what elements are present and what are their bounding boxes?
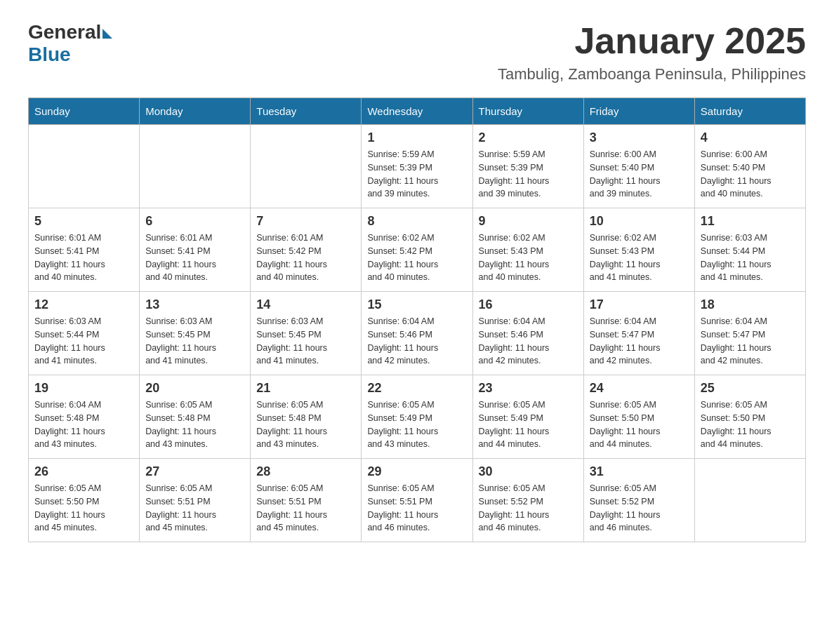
day-info: Sunrise: 6:04 AM Sunset: 5:47 PM Dayligh…: [701, 315, 800, 368]
day-number: 21: [256, 381, 355, 396]
day-cell: 26Sunrise: 6:05 AM Sunset: 5:50 PM Dayli…: [29, 459, 140, 542]
calendar-title: January 2025: [498, 21, 806, 61]
day-info: Sunrise: 6:02 AM Sunset: 5:43 PM Dayligh…: [479, 232, 578, 284]
day-number: 20: [145, 381, 244, 396]
day-info: Sunrise: 6:03 AM Sunset: 5:45 PM Dayligh…: [256, 315, 355, 368]
day-cell: 13Sunrise: 6:03 AM Sunset: 5:45 PM Dayli…: [140, 292, 251, 375]
header-cell-sunday: Sunday: [29, 98, 140, 125]
day-cell: 12Sunrise: 6:03 AM Sunset: 5:44 PM Dayli…: [29, 292, 140, 375]
logo-triangle-icon: [102, 29, 112, 39]
day-info: Sunrise: 6:03 AM Sunset: 5:44 PM Dayligh…: [701, 232, 800, 284]
day-info: Sunrise: 6:05 AM Sunset: 5:51 PM Dayligh…: [256, 482, 355, 535]
day-info: Sunrise: 6:01 AM Sunset: 5:41 PM Dayligh…: [145, 232, 244, 284]
day-info: Sunrise: 6:04 AM Sunset: 5:47 PM Dayligh…: [590, 315, 689, 368]
week-row-3: 12Sunrise: 6:03 AM Sunset: 5:44 PM Dayli…: [29, 292, 806, 375]
header-cell-tuesday: Tuesday: [251, 98, 362, 125]
day-cell: 7Sunrise: 6:01 AM Sunset: 5:42 PM Daylig…: [251, 208, 362, 292]
day-number: 3: [590, 130, 689, 145]
day-info: Sunrise: 6:05 AM Sunset: 5:52 PM Dayligh…: [590, 482, 689, 535]
calendar-header: SundayMondayTuesdayWednesdayThursdayFrid…: [29, 98, 806, 125]
day-number: 8: [367, 214, 466, 229]
header-row: SundayMondayTuesdayWednesdayThursdayFrid…: [29, 98, 806, 125]
logo-general: General: [28, 21, 101, 43]
day-info: Sunrise: 6:01 AM Sunset: 5:42 PM Dayligh…: [256, 232, 355, 284]
day-number: 26: [34, 464, 133, 479]
day-cell: 5Sunrise: 6:01 AM Sunset: 5:41 PM Daylig…: [29, 208, 140, 292]
day-number: 7: [256, 214, 355, 229]
day-cell: 10Sunrise: 6:02 AM Sunset: 5:43 PM Dayli…: [583, 208, 694, 292]
day-info: Sunrise: 6:03 AM Sunset: 5:45 PM Dayligh…: [145, 315, 244, 368]
day-cell: [140, 125, 251, 208]
day-info: Sunrise: 6:05 AM Sunset: 5:50 PM Dayligh…: [701, 398, 800, 451]
calendar-subtitle: Tambulig, Zamboanga Peninsula, Philippin…: [498, 65, 806, 83]
day-number: 19: [34, 381, 133, 396]
day-info: Sunrise: 6:05 AM Sunset: 5:52 PM Dayligh…: [479, 482, 578, 535]
page-header: General Blue January 2025 Tambulig, Zamb…: [28, 21, 806, 83]
day-info: Sunrise: 6:01 AM Sunset: 5:41 PM Dayligh…: [34, 232, 133, 284]
week-row-5: 26Sunrise: 6:05 AM Sunset: 5:50 PM Dayli…: [29, 459, 806, 542]
day-number: 18: [701, 297, 800, 312]
day-cell: 27Sunrise: 6:05 AM Sunset: 5:51 PM Dayli…: [140, 459, 251, 542]
title-section: January 2025 Tambulig, Zamboanga Peninsu…: [498, 21, 806, 83]
day-cell: 20Sunrise: 6:05 AM Sunset: 5:48 PM Dayli…: [140, 375, 251, 459]
day-number: 14: [256, 297, 355, 312]
day-cell: 30Sunrise: 6:05 AM Sunset: 5:52 PM Dayli…: [472, 459, 583, 542]
day-cell: [694, 459, 805, 542]
day-number: 24: [590, 381, 689, 396]
day-number: 25: [701, 381, 800, 396]
day-cell: [251, 125, 362, 208]
day-info: Sunrise: 6:05 AM Sunset: 5:48 PM Dayligh…: [145, 398, 244, 451]
day-info: Sunrise: 6:02 AM Sunset: 5:43 PM Dayligh…: [590, 232, 689, 284]
day-number: 6: [145, 214, 244, 229]
calendar-table: SundayMondayTuesdayWednesdayThursdayFrid…: [28, 98, 806, 542]
day-number: 5: [34, 214, 133, 229]
day-cell: 14Sunrise: 6:03 AM Sunset: 5:45 PM Dayli…: [251, 292, 362, 375]
day-info: Sunrise: 6:04 AM Sunset: 5:46 PM Dayligh…: [479, 315, 578, 368]
day-cell: 17Sunrise: 6:04 AM Sunset: 5:47 PM Dayli…: [583, 292, 694, 375]
day-info: Sunrise: 6:02 AM Sunset: 5:42 PM Dayligh…: [367, 232, 466, 284]
day-info: Sunrise: 6:05 AM Sunset: 5:51 PM Dayligh…: [145, 482, 244, 535]
day-info: Sunrise: 6:05 AM Sunset: 5:51 PM Dayligh…: [367, 482, 466, 535]
day-info: Sunrise: 6:04 AM Sunset: 5:46 PM Dayligh…: [367, 315, 466, 368]
week-row-1: 1Sunrise: 5:59 AM Sunset: 5:39 PM Daylig…: [29, 125, 806, 208]
day-number: 11: [701, 214, 800, 229]
day-info: Sunrise: 6:03 AM Sunset: 5:44 PM Dayligh…: [34, 315, 133, 368]
day-number: 22: [367, 381, 466, 396]
day-number: 17: [590, 297, 689, 312]
day-cell: 19Sunrise: 6:04 AM Sunset: 5:48 PM Dayli…: [29, 375, 140, 459]
day-info: Sunrise: 6:05 AM Sunset: 5:49 PM Dayligh…: [479, 398, 578, 451]
day-cell: 29Sunrise: 6:05 AM Sunset: 5:51 PM Dayli…: [362, 459, 472, 542]
logo-blue: Blue: [28, 43, 112, 66]
header-cell-wednesday: Wednesday: [362, 98, 472, 125]
day-cell: 1Sunrise: 5:59 AM Sunset: 5:39 PM Daylig…: [362, 125, 472, 208]
day-number: 23: [479, 381, 578, 396]
day-cell: 31Sunrise: 6:05 AM Sunset: 5:52 PM Dayli…: [583, 459, 694, 542]
day-cell: 22Sunrise: 6:05 AM Sunset: 5:49 PM Dayli…: [362, 375, 472, 459]
day-number: 13: [145, 297, 244, 312]
day-info: Sunrise: 5:59 AM Sunset: 5:39 PM Dayligh…: [479, 148, 578, 201]
day-cell: 25Sunrise: 6:05 AM Sunset: 5:50 PM Dayli…: [694, 375, 805, 459]
day-cell: 6Sunrise: 6:01 AM Sunset: 5:41 PM Daylig…: [140, 208, 251, 292]
day-number: 28: [256, 464, 355, 479]
day-number: 1: [367, 130, 466, 145]
day-number: 12: [34, 297, 133, 312]
day-number: 15: [367, 297, 466, 312]
header-cell-saturday: Saturday: [694, 98, 805, 125]
day-number: 4: [701, 130, 800, 145]
day-info: Sunrise: 6:05 AM Sunset: 5:50 PM Dayligh…: [590, 398, 689, 451]
day-number: 16: [479, 297, 578, 312]
day-cell: 8Sunrise: 6:02 AM Sunset: 5:42 PM Daylig…: [362, 208, 472, 292]
day-number: 29: [367, 464, 466, 479]
day-number: 10: [590, 214, 689, 229]
day-info: Sunrise: 6:05 AM Sunset: 5:49 PM Dayligh…: [367, 398, 466, 451]
day-info: Sunrise: 6:04 AM Sunset: 5:48 PM Dayligh…: [34, 398, 133, 451]
day-cell: 18Sunrise: 6:04 AM Sunset: 5:47 PM Dayli…: [694, 292, 805, 375]
day-info: Sunrise: 6:05 AM Sunset: 5:50 PM Dayligh…: [34, 482, 133, 535]
week-row-2: 5Sunrise: 6:01 AM Sunset: 5:41 PM Daylig…: [29, 208, 806, 292]
day-number: 30: [479, 464, 578, 479]
day-cell: 3Sunrise: 6:00 AM Sunset: 5:40 PM Daylig…: [583, 125, 694, 208]
header-cell-thursday: Thursday: [472, 98, 583, 125]
day-info: Sunrise: 6:00 AM Sunset: 5:40 PM Dayligh…: [590, 148, 689, 201]
week-row-4: 19Sunrise: 6:04 AM Sunset: 5:48 PM Dayli…: [29, 375, 806, 459]
day-cell: 11Sunrise: 6:03 AM Sunset: 5:44 PM Dayli…: [694, 208, 805, 292]
